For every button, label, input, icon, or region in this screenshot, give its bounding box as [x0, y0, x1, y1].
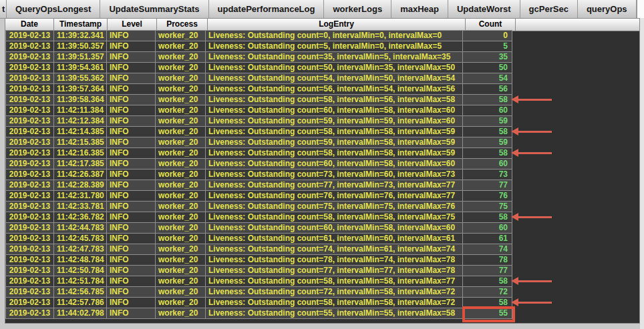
cell-count: 59 — [462, 137, 512, 148]
cell-logentry: Liveness: Outstanding count=35, interval… — [205, 51, 463, 63]
column-header-timestamp[interactable]: Timestamp — [54, 19, 108, 31]
cell-count: 58 — [462, 297, 512, 308]
cell-level: INFO — [106, 265, 156, 276]
cell-process: worker_20 — [155, 212, 206, 223]
table-row[interactable]: 2019-02-13 11:42:26.387 INFO worker_20 L… — [5, 170, 639, 180]
cell-process: worker_20 — [155, 233, 206, 244]
tab-truncated[interactable]: t — [0, 0, 7, 18]
cell-count: 58 — [462, 94, 512, 105]
cell-count: 60 — [462, 158, 512, 170]
cell-count: 60 — [462, 105, 512, 116]
cell-level: INFO — [106, 297, 156, 308]
table-row[interactable]: 2019-02-13 11:42:51.784 INFO worker_20 L… — [5, 276, 639, 287]
table-row[interactable]: 2019-02-13 11:42:47.783 INFO worker_20 L… — [5, 244, 639, 255]
table-row[interactable]: 2019-02-13 11:42:12.384 INFO worker_20 L… — [5, 116, 639, 127]
row-filler — [512, 286, 639, 298]
tab-queryops[interactable]: queryOps — [578, 0, 637, 18]
cell-timestamp: 11:42:33.781 — [53, 201, 107, 212]
cell-process: worker_20 — [155, 244, 206, 255]
table-row[interactable]: 2019-02-13 11:42:15.385 INFO worker_20 L… — [5, 137, 639, 148]
table-row[interactable]: 2019-02-13 11:42:33.781 INFO worker_20 L… — [5, 202, 639, 212]
cell-count: 56 — [462, 83, 512, 95]
table-row[interactable]: 2019-02-13 11:39:51.357 INFO worker_20 L… — [5, 52, 639, 63]
tab-bar: t QueryOpsLongestUpdateSummaryStatsupdat… — [0, 0, 644, 19]
cell-logentry: Liveness: Outstanding count=60, interval… — [205, 105, 463, 116]
cell-process: worker_20 — [155, 276, 206, 287]
annotation-arrow-icon — [518, 152, 552, 154]
table-row[interactable]: 2019-02-13 11:39:32.341 INFO worker_20 L… — [5, 31, 639, 41]
cell-logentry: Liveness: Outstanding count=77, interval… — [205, 180, 463, 191]
cell-date: 2019-02-13 — [5, 265, 54, 276]
tab-livenesscount[interactable]: LivenessCount ↗ ✕ — [637, 0, 644, 18]
table-row[interactable]: 2019-02-13 11:39:55.362 INFO worker_20 L… — [5, 73, 639, 84]
column-header-count[interactable]: Count — [466, 19, 516, 31]
table-row[interactable]: 2019-02-13 11:42:16.385 INFO worker_20 L… — [5, 148, 639, 159]
row-filler — [512, 169, 639, 180]
table-row[interactable]: 2019-02-13 11:42:11.384 INFO worker_20 L… — [5, 105, 639, 116]
table-row[interactable]: 2019-02-13 11:42:17.385 INFO worker_20 L… — [5, 159, 639, 170]
row-filler — [512, 73, 639, 84]
cell-level: INFO — [106, 51, 156, 63]
cell-logentry: Liveness: Outstanding count=58, interval… — [205, 276, 463, 287]
table-row[interactable]: 2019-02-13 11:39:58.364 INFO worker_20 L… — [5, 95, 639, 105]
cell-date: 2019-02-13 — [5, 254, 54, 266]
table-row[interactable]: 2019-02-13 11:42:45.783 INFO worker_20 L… — [5, 234, 639, 244]
tab-queryopslongest[interactable]: QueryOpsLongest — [7, 0, 100, 18]
table-row[interactable]: 2019-02-13 11:42:50.784 INFO worker_20 L… — [5, 266, 639, 276]
cell-logentry: Liveness: Outstanding count=78, interval… — [205, 254, 463, 266]
row-filler — [512, 30, 639, 41]
column-header-logentry[interactable]: LogEntry — [208, 19, 466, 31]
cell-process: worker_20 — [155, 190, 206, 202]
cell-date: 2019-02-13 — [5, 212, 54, 223]
tab-workerlogs[interactable]: workerLogs — [324, 0, 391, 18]
cell-timestamp: 11:39:58.364 — [53, 94, 107, 105]
cell-logentry: Liveness: Outstanding count=60, interval… — [205, 222, 463, 234]
cell-logentry: Liveness: Outstanding count=58, interval… — [205, 94, 463, 105]
cell-timestamp: 11:42:11.384 — [53, 105, 107, 116]
table-row[interactable]: 2019-02-13 11:39:54.361 INFO worker_20 L… — [5, 63, 639, 73]
tab-gcpersec[interactable]: gcPerSec — [520, 0, 578, 18]
cell-timestamp: 11:42:45.783 — [53, 233, 107, 244]
cell-date: 2019-02-13 — [5, 30, 54, 41]
table-row[interactable]: 2019-02-13 11:42:48.784 INFO worker_20 L… — [5, 255, 639, 266]
cell-level: INFO — [106, 105, 156, 116]
cell-level: INFO — [106, 126, 156, 137]
cell-count: 50 — [462, 62, 512, 73]
cell-process: worker_20 — [155, 94, 206, 105]
cell-count: 60 — [462, 222, 512, 234]
cell-timestamp: 11:39:55.362 — [53, 73, 107, 84]
table-row[interactable]: 2019-02-13 11:42:57.786 INFO worker_20 L… — [5, 298, 639, 308]
cell-count: 77 — [462, 265, 512, 276]
cell-timestamp: 11:42:50.784 — [53, 265, 107, 276]
cell-logentry: Liveness: Outstanding count=61, interval… — [205, 233, 463, 244]
cell-process: worker_20 — [155, 115, 206, 127]
table-row[interactable]: 2019-02-13 11:42:28.389 INFO worker_20 L… — [5, 180, 639, 191]
row-filler — [512, 233, 639, 244]
tab-updatesummarystats[interactable]: UpdateSummaryStats — [100, 0, 208, 18]
cell-timestamp: 11:42:44.783 — [53, 222, 107, 234]
cell-logentry: Liveness: Outstanding count=60, interval… — [205, 158, 463, 170]
row-filler — [512, 244, 639, 255]
cell-count: 78 — [462, 254, 512, 266]
table-row[interactable]: 2019-02-13 11:42:44.783 INFO worker_20 L… — [5, 223, 639, 234]
table-row[interactable]: 2019-02-13 11:44:02.798 INFO worker_20 L… — [5, 308, 639, 319]
cell-process: worker_20 — [155, 30, 206, 41]
table-row[interactable]: 2019-02-13 11:39:50.357 INFO worker_20 L… — [5, 41, 639, 52]
log-table: DateTimestampLevelProcessLogEntryCount 2… — [5, 18, 640, 324]
table-row[interactable]: 2019-02-13 11:39:57.364 INFO worker_20 L… — [5, 84, 639, 95]
column-header-process[interactable]: Process — [157, 19, 208, 31]
tab-updateworst[interactable]: UpdateWorst — [448, 0, 520, 18]
cell-level: INFO — [106, 62, 156, 73]
tab-maxheap[interactable]: maxHeap — [391, 0, 448, 18]
cell-date: 2019-02-13 — [5, 126, 54, 137]
table-row[interactable]: 2019-02-13 11:42:31.780 INFO worker_20 L… — [5, 191, 639, 202]
table-row[interactable]: 2019-02-13 11:42:36.782 INFO worker_20 L… — [5, 212, 639, 223]
cell-process: worker_20 — [155, 137, 206, 148]
cell-date: 2019-02-13 — [5, 286, 54, 298]
cell-date: 2019-02-13 — [5, 137, 54, 148]
tab-updateperformancelog[interactable]: updatePerformanceLog — [209, 0, 325, 18]
column-header-date[interactable]: Date — [5, 19, 54, 31]
table-row[interactable]: 2019-02-13 11:42:14.385 INFO worker_20 L… — [5, 127, 639, 137]
table-row[interactable]: 2019-02-13 11:42:56.785 INFO worker_20 L… — [5, 287, 639, 298]
column-header-level[interactable]: Level — [108, 19, 157, 31]
